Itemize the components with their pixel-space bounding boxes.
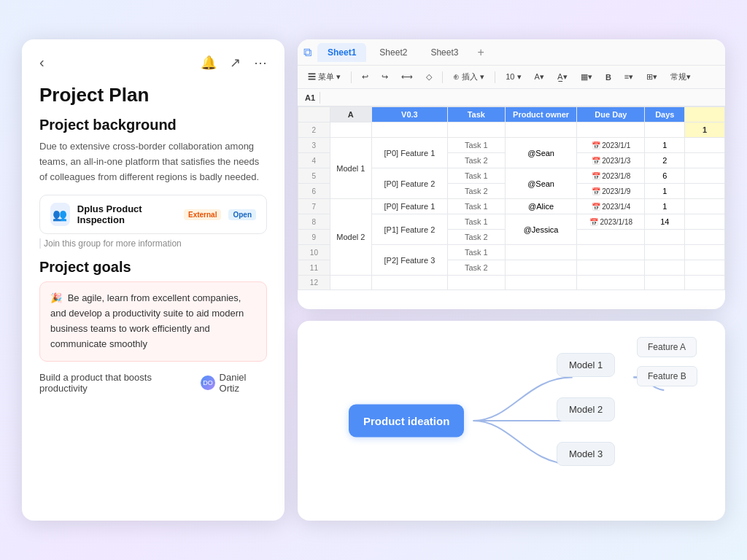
cell-f9[interactable] (645, 230, 685, 245)
cell-d7[interactable]: @Alice (505, 199, 577, 214)
mindmap-node-model2[interactable]: Model 2 (557, 397, 615, 421)
cell-c7[interactable]: Task 1 (447, 199, 505, 214)
sheet-tab-3[interactable]: Sheet3 (420, 43, 468, 62)
col-g-header[interactable] (685, 107, 725, 122)
group-card[interactable]: 👥 Dplus Product Inspection External Open (39, 195, 267, 234)
cell-c4[interactable]: Task 2 (447, 153, 505, 168)
cell-f6[interactable]: 1 (645, 184, 685, 199)
col-b-header[interactable]: V0.3 (371, 107, 447, 122)
mindmap-node-model3[interactable]: Model 3 (557, 442, 615, 466)
cell-b2[interactable] (371, 122, 447, 138)
cell-c10[interactable]: Task 1 (447, 245, 505, 260)
cell-f4[interactable]: 2 (645, 153, 685, 168)
cell-a3[interactable]: Model 1 (330, 138, 371, 199)
cell-f7[interactable]: 1 (645, 199, 685, 214)
mindmap-node-model1[interactable]: Model 1 (557, 353, 615, 377)
cell-e9[interactable] (577, 230, 645, 245)
more-icon[interactable]: ⋯ (254, 55, 267, 71)
cell-g9[interactable] (685, 230, 725, 245)
col-a-header[interactable]: A (330, 107, 371, 122)
cell-c3[interactable]: Task 1 (447, 138, 505, 153)
cell-b12[interactable] (371, 276, 447, 290)
sheet-tab-1[interactable]: Sheet1 (317, 43, 366, 62)
align-button[interactable]: ≡▾ (620, 71, 638, 83)
cell-e4[interactable]: 📅 2023/1/3 (577, 153, 645, 168)
cell-e2[interactable] (577, 122, 645, 138)
cell-c8[interactable]: Task 1 (447, 214, 505, 230)
cell-e3[interactable]: 📅 2023/1/1 (577, 138, 645, 153)
cell-d3[interactable]: @Sean (505, 138, 577, 168)
cell-c6[interactable]: Task 2 (447, 184, 505, 199)
cell-g8[interactable] (685, 214, 725, 230)
col-e-header[interactable]: Due Day (577, 107, 645, 122)
cell-e6[interactable]: 📅 2023/1/9 (577, 184, 645, 199)
cell-c2[interactable] (447, 122, 505, 138)
cell-b3[interactable]: [P0] Feature 1 (371, 138, 447, 168)
cell-e8[interactable]: 📅 2023/1/18 (577, 214, 645, 230)
cell-g6[interactable] (685, 184, 725, 199)
cell-d12[interactable] (505, 276, 577, 290)
cell-g3[interactable] (685, 138, 725, 153)
cell-c12[interactable] (447, 276, 505, 290)
cell-f2[interactable] (645, 122, 685, 138)
format-button[interactable]: ⟷ (397, 71, 417, 83)
cell-g2[interactable]: 1 (685, 122, 725, 138)
share-icon[interactable]: ↗ (230, 55, 241, 71)
cell-g7[interactable] (685, 199, 725, 214)
mindmap-leaf-featureB[interactable]: Feature B (637, 366, 697, 386)
merge-button[interactable]: ⊞▾ (642, 71, 662, 83)
cell-g4[interactable] (685, 153, 725, 168)
cell-b5[interactable]: [P0] Feature 2 (371, 168, 447, 199)
cell-d11[interactable] (505, 260, 577, 276)
cell-e11[interactable] (577, 260, 645, 276)
col-d-header[interactable]: Product owner (505, 107, 577, 122)
cell-a7[interactable]: Model 2 (330, 199, 371, 276)
bold-button[interactable]: B (601, 71, 616, 83)
menu-button[interactable]: ☰ 菜单 ▾ (303, 70, 345, 84)
cell-f10[interactable] (645, 245, 685, 260)
format-type-button[interactable]: 常规▾ (666, 70, 695, 84)
cell-g5[interactable] (685, 168, 725, 184)
cell-b10[interactable]: [P2] Feature 3 (371, 245, 447, 276)
cell-g12[interactable] (685, 276, 725, 290)
cell-d8[interactable]: @Jessica (505, 214, 577, 245)
mindmap-center-node[interactable]: Product ideation (349, 405, 464, 438)
highlight-button[interactable]: A̲▾ (553, 71, 572, 83)
undo-button[interactable]: ↩ (357, 71, 373, 83)
cell-e7[interactable]: 📅 2023/1/4 (577, 199, 645, 214)
cell-d5[interactable]: @Sean (505, 168, 577, 199)
cell-a12[interactable] (330, 276, 371, 290)
cell-d10[interactable] (505, 245, 577, 260)
cell-f12[interactable] (645, 276, 685, 290)
cell-f8[interactable]: 14 (645, 214, 685, 230)
cell-e12[interactable] (577, 276, 645, 290)
cell-b7[interactable]: [P0] Feature 1 (371, 199, 447, 214)
cell-g10[interactable] (685, 245, 725, 260)
cell-c11[interactable]: Task 2 (447, 260, 505, 276)
cell-c5[interactable]: Task 1 (447, 168, 505, 184)
cell-e5[interactable]: 📅 2023/1/8 (577, 168, 645, 184)
clear-button[interactable]: ◇ (422, 71, 436, 83)
cell-f5[interactable]: 6 (645, 168, 685, 184)
mindmap-leaf-featureA[interactable]: Feature A (637, 337, 697, 357)
col-c-header[interactable]: Task (447, 107, 505, 122)
font-color-button[interactable]: A▾ (530, 71, 549, 83)
sheet-tab-2[interactable]: Sheet2 (369, 43, 417, 62)
back-button[interactable]: ‹ (39, 54, 44, 71)
cell-e10[interactable] (577, 245, 645, 260)
col-f-header[interactable]: Days (645, 107, 685, 122)
insert-button[interactable]: ⊕ 插入 ▾ (449, 70, 489, 84)
cell-b8[interactable]: [P1] Feature 2 (371, 214, 447, 245)
font-size-button[interactable]: 10 ▾ (501, 71, 525, 83)
badge-open[interactable]: Open (228, 209, 256, 220)
redo-button[interactable]: ↪ (377, 71, 392, 83)
bell-icon[interactable]: 🔔 (201, 55, 217, 71)
cell-d2[interactable] (505, 122, 577, 138)
cell-c9[interactable]: Task 2 (447, 230, 505, 245)
add-sheet-button[interactable]: + (471, 43, 489, 62)
cell-a2[interactable] (330, 122, 371, 138)
cell-g11[interactable] (685, 260, 725, 276)
cell-f3[interactable]: 1 (645, 138, 685, 153)
border-button[interactable]: ▦▾ (576, 71, 597, 83)
cell-f11[interactable] (645, 260, 685, 276)
